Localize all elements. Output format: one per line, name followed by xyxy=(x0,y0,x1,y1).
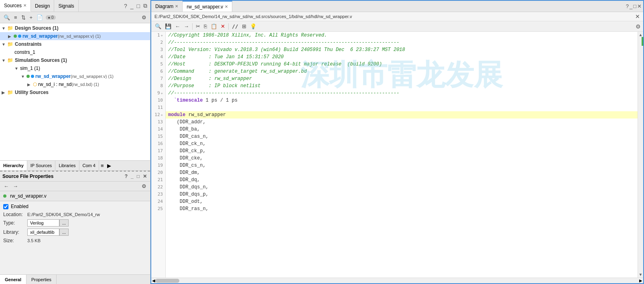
line-num-18: 18 xyxy=(151,155,165,162)
props-minimize-icon[interactable]: _ xyxy=(130,173,134,180)
scroll-left-icon[interactable]: ◀ xyxy=(152,278,155,283)
float-icon[interactable]: ⧉ xyxy=(142,2,148,10)
location-label: Location: xyxy=(3,212,27,217)
editor-paste-button[interactable]: 📋 xyxy=(209,23,218,30)
editor-delete-button[interactable]: ✕ xyxy=(219,23,226,30)
code-line-10: `timescale 1 ps / 1 ps xyxy=(166,97,638,104)
editor-minimize-icon[interactable]: _ xyxy=(630,3,632,9)
app-container: Sources ✕ Design Signals ? _ □ ⧉ xyxy=(0,0,644,284)
diagram-tab[interactable]: Diagram ✕ xyxy=(151,1,183,12)
design-sources-section: ▼ 📁 Design Sources (1) ▶ rw_sd_wrapper (… xyxy=(0,24,150,40)
scroll-right-icon[interactable]: ▶ xyxy=(639,278,642,283)
editor-help-icon[interactable]: ? xyxy=(626,3,629,9)
utility-sources-header[interactable]: ▶ 📁 Utility Sources xyxy=(0,88,150,96)
library-browse-button[interactable]: ... xyxy=(59,229,69,236)
diagram-tab-close[interactable]: ✕ xyxy=(175,4,178,8)
scroll-h-thumb[interactable] xyxy=(155,279,179,283)
design-sources-label: Design Sources (1) xyxy=(15,25,59,31)
help-icon[interactable]: ? xyxy=(123,2,128,10)
editor-back-button[interactable]: ← xyxy=(174,23,181,30)
design-sources-folder-icon: 📁 xyxy=(7,25,13,31)
code-area[interactable]: 深圳市雷龙发展 //Copyright 1986-2018 Xilinx, In… xyxy=(166,32,638,278)
props-filename-label: rw_sd_wrapper.v xyxy=(10,193,47,199)
props-maximize-icon[interactable]: □ xyxy=(136,173,140,180)
line-num-5: 5 xyxy=(151,61,165,68)
add-button[interactable]: + xyxy=(28,14,34,21)
collapse-all-button[interactable]: ≡ xyxy=(13,14,18,21)
ip-sources-tab[interactable]: IP Sources xyxy=(27,161,56,170)
editor-cut-button[interactable]: ✂ xyxy=(195,23,201,30)
expand-button[interactable]: ⇅ xyxy=(20,14,27,21)
line-num-25: 25 xyxy=(151,205,165,212)
editor-tab-bar: Diagram ✕ rw_sd_wrapper.v ✕ ? _ □ ✕ xyxy=(151,1,643,12)
scroll-down-icon[interactable]: ▼ xyxy=(639,272,643,277)
editor-path-close[interactable]: ✕ xyxy=(635,13,640,20)
props-controls: ? _ □ ✕ xyxy=(124,173,148,180)
line-num-1: 1+ xyxy=(151,32,165,39)
general-tab[interactable]: General xyxy=(0,275,26,284)
type-browse-button[interactable]: ... xyxy=(59,219,69,227)
size-label: Size: xyxy=(3,238,27,243)
tree-area[interactable]: ▼ 📁 Design Sources (1) ▶ rw_sd_wrapper (… xyxy=(0,23,150,160)
minimize-icon[interactable]: _ xyxy=(129,2,135,10)
design-sources-header[interactable]: ▼ 📁 Design Sources (1) xyxy=(0,24,150,32)
com-tab[interactable]: Com 4 xyxy=(79,161,99,170)
scroll-up-icon[interactable]: ▲ xyxy=(639,33,643,37)
file-button[interactable]: 📄 xyxy=(35,14,44,21)
properties-tab[interactable]: Properties xyxy=(26,275,57,284)
libraries-tab[interactable]: Libraries xyxy=(55,161,79,170)
rw-sd-wrapper-sim-item[interactable]: ▼ rw_sd_wrapper (rw_sd_wrapper.v) (1) xyxy=(0,72,150,80)
hierarchy-tab[interactable]: Hierarchy xyxy=(0,161,27,170)
editor-close-icon[interactable]: ✕ xyxy=(637,3,642,9)
props-settings-button[interactable]: ⚙ xyxy=(140,183,148,190)
rw-sd-wrapper-design-item[interactable]: ▶ rw_sd_wrapper (rw_sd_wrapper.v) (1) xyxy=(0,32,150,40)
constraints-header[interactable]: ▼ 📁 Constraints xyxy=(0,40,150,48)
diagram-tab-label: Diagram xyxy=(155,4,173,9)
location-row: Location: E:/Part2_SDK/04_SDK_Demo/14_rw xyxy=(3,212,147,217)
tab-sources[interactable]: Sources ✕ xyxy=(0,0,31,12)
editor-bulb-button[interactable]: 💡 xyxy=(249,23,258,30)
editor-comment-button[interactable]: // xyxy=(231,23,240,30)
utility-sources-section: ▶ 📁 Utility Sources xyxy=(0,88,150,96)
rw-sd-wrapper-tab[interactable]: rw_sd_wrapper.v ✕ xyxy=(183,1,232,12)
wrapper-tab-close[interactable]: ✕ xyxy=(225,4,228,9)
sim-wrapper-label: rw_sd_wrapper xyxy=(35,74,71,79)
code-line-5: //Host : DESKTOP-PFE3LVD running 64-bit … xyxy=(166,61,638,68)
line-num-3: 3 xyxy=(151,46,165,53)
fold-12[interactable]: + xyxy=(161,111,163,119)
editor-maximize-icon[interactable]: □ xyxy=(633,3,636,9)
editor-save-button[interactable]: 💾 xyxy=(164,23,173,30)
editor-copy-button[interactable]: ⎘ xyxy=(203,23,208,30)
props-forward-button[interactable]: → xyxy=(12,183,19,190)
props-help-icon[interactable]: ? xyxy=(124,173,128,180)
editor-table-button[interactable]: ⊞ xyxy=(241,23,248,30)
props-header: Source File Properties ? _ □ ✕ xyxy=(0,172,150,182)
library-input[interactable]: xil_defaultlib xyxy=(27,229,59,236)
more-tabs-icon[interactable]: ≡ xyxy=(99,162,106,170)
editor-search-button[interactable]: 🔍 xyxy=(154,23,163,30)
enabled-checkbox[interactable] xyxy=(3,204,8,209)
tab-design[interactable]: Design xyxy=(31,0,54,12)
props-close-icon[interactable]: ✕ xyxy=(142,173,148,180)
sim-1-item[interactable]: ▼ sim_1 (1) xyxy=(0,64,150,72)
type-input[interactable]: Verilog xyxy=(27,219,59,227)
props-back-button[interactable]: ← xyxy=(2,183,10,190)
filename-dot-green xyxy=(3,194,6,198)
editor-scrollbar-h[interactable]: ◀ ▶ xyxy=(151,278,643,283)
rw-sd-i-item[interactable]: ▶ ⬡ rw_sd_i : rw_sd (rw_sd.bd) (1) xyxy=(0,80,150,88)
settings-button[interactable]: ⚙ xyxy=(140,14,148,21)
fold-1[interactable]: + xyxy=(161,32,163,39)
right-panel: Diagram ✕ rw_sd_wrapper.v ✕ ? _ □ ✕ E:/P… xyxy=(150,0,644,284)
editor-settings-icon[interactable]: ⚙ xyxy=(636,23,641,30)
editor-forward-button[interactable]: → xyxy=(183,23,190,30)
fold-9[interactable]: + xyxy=(161,90,163,97)
tab-signals[interactable]: Signals xyxy=(54,0,78,12)
line-num-4: 4 xyxy=(151,53,165,61)
tab-sources-close[interactable]: ✕ xyxy=(23,3,26,8)
simulation-sources-header[interactable]: ▼ 📁 Simulation Sources (1) xyxy=(0,56,150,64)
editor-scrollbar-v[interactable]: ▲ ▼ xyxy=(638,32,643,278)
constrs-1-item[interactable]: constrs_1 xyxy=(0,48,150,56)
expand-tabs-icon[interactable]: ▶ xyxy=(106,162,113,170)
search-button[interactable]: 🔍 xyxy=(2,14,11,21)
maximize-icon[interactable]: □ xyxy=(136,2,141,10)
